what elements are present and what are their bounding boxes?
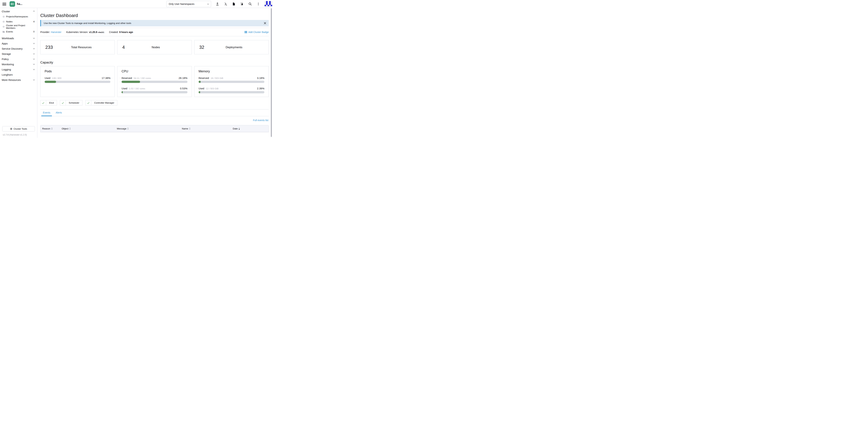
gear-icon: ⚙ bbox=[10, 128, 12, 130]
check-icon bbox=[60, 100, 66, 105]
sidebar-footer: ⚙ Cluster Tools v2.7.6 (Harvester-v1.2.0… bbox=[0, 126, 37, 138]
user-avatar[interactable] bbox=[265, 1, 272, 7]
version-text: v2.7.6 (Harvester-v1.2.0) bbox=[2, 134, 35, 136]
capacity-card-title: CPU bbox=[122, 70, 187, 73]
metric-row: Reserved 16 / 503 GiB 3.18% bbox=[198, 76, 265, 79]
metric-percent: 0.53% bbox=[180, 87, 187, 90]
sidebar-group-apps[interactable]: Apps bbox=[0, 41, 37, 46]
metric-row: Used 12 / 503 GiB 2.39% bbox=[198, 87, 265, 90]
sidebar-item-events[interactable]: Events 0 bbox=[0, 29, 37, 34]
sidebar-cluster-items: Projects/Namespaces Nodes 4 bbox=[0, 14, 37, 34]
progress-bar-fill bbox=[198, 91, 200, 93]
sidebar-group-storage[interactable]: Storage bbox=[0, 51, 37, 56]
column-header-object[interactable]: Object bbox=[62, 127, 117, 130]
capacity-row: Pods Used 139 / 800 17.38% CPU Reserved … bbox=[40, 66, 269, 97]
stat-label: Nodes bbox=[125, 45, 187, 49]
glance-row: Provider: Harvester Kubernetes Version: … bbox=[40, 30, 269, 35]
metric-percent: 3.18% bbox=[257, 76, 265, 79]
progress-bar-fill bbox=[44, 81, 56, 83]
close-icon[interactable] bbox=[264, 22, 266, 25]
sidebar-item-cluster-project-members[interactable]: Cluster and Project Members bbox=[0, 24, 37, 29]
sidebar-section-label: Cluster bbox=[2, 10, 10, 13]
sort-icon bbox=[51, 128, 53, 130]
column-header-date[interactable]: Date bbox=[233, 127, 269, 130]
copy-config-icon[interactable] bbox=[240, 2, 244, 6]
top-nav-bar: ha... Only User Namespaces bbox=[0, 0, 272, 8]
sort-icon bbox=[69, 128, 71, 130]
scrollbar-thumb[interactable] bbox=[271, 8, 272, 137]
metric-percent: 2.39% bbox=[257, 87, 265, 90]
progress-bar bbox=[198, 91, 265, 93]
progress-bar-fill bbox=[122, 91, 123, 93]
kubernetes-version-suffix: +rke2r1 bbox=[98, 31, 104, 33]
sidebar-group-workloads[interactable]: Workloads bbox=[0, 36, 37, 41]
cluster-tools-button[interactable]: ⚙ Cluster Tools bbox=[2, 126, 35, 131]
add-cluster-badge-link[interactable]: Add Cluster Badge bbox=[244, 31, 269, 33]
sidebar-group-monitoring[interactable]: Monitoring bbox=[0, 62, 37, 67]
import-yaml-icon[interactable] bbox=[216, 2, 219, 6]
chevron-down-icon bbox=[33, 53, 35, 55]
stat-value: 4 bbox=[122, 44, 125, 50]
chevron-down-icon bbox=[33, 42, 35, 44]
chevron-down-icon bbox=[33, 58, 35, 60]
metric-detail: 1.02 / 192 cores bbox=[129, 87, 145, 90]
column-header-reason[interactable]: Reason bbox=[40, 127, 62, 130]
chevron-down-icon bbox=[207, 3, 209, 4]
cluster-tools-banner: Use the new Cluster Tools to manage and … bbox=[40, 20, 269, 26]
capacity-card-pods: Pods Used 139 / 800 17.38% bbox=[40, 66, 115, 97]
sidebar-group-label: Logging bbox=[2, 68, 11, 71]
namespace-filter-select[interactable]: Only User Namespaces bbox=[166, 1, 211, 7]
sidebar-item-count: 0 bbox=[33, 30, 35, 33]
tab-events[interactable]: Events bbox=[42, 111, 51, 116]
sidebar-group-service-discovery[interactable]: Service Discovery bbox=[0, 46, 37, 51]
column-header-message[interactable]: Message bbox=[117, 127, 182, 130]
full-events-list-link[interactable]: Full events list bbox=[253, 119, 268, 122]
progress-bar bbox=[44, 81, 111, 83]
kebab-menu-icon[interactable] bbox=[256, 2, 260, 6]
sidebar-group-more-resources[interactable]: More Resources bbox=[0, 77, 37, 83]
sidebar: Cluster Projects/Namespaces bbox=[0, 8, 37, 138]
sidebar-item-label: Projects/Namespaces bbox=[6, 15, 28, 18]
sidebar-group-policy[interactable]: Policy bbox=[0, 56, 37, 62]
metric-row: Used 1.02 / 192 cores 0.53% bbox=[122, 87, 187, 90]
sidebar-item-projects-namespaces[interactable]: Projects/Namespaces bbox=[0, 14, 37, 19]
menu-icon[interactable] bbox=[2, 3, 6, 5]
sidebar-item-label: Nodes bbox=[6, 20, 13, 23]
sidebar-section-cluster[interactable]: Cluster bbox=[0, 9, 37, 13]
chevron-down-icon bbox=[33, 63, 35, 65]
kubernetes-version-group: Kubernetes Version: v1.25.9 +rke2r1 bbox=[66, 31, 104, 33]
capacity-card-title: Pods bbox=[44, 70, 111, 73]
progress-bar bbox=[122, 81, 187, 83]
namespace-filter-value: Only User Namespaces bbox=[169, 3, 194, 5]
column-label: Message bbox=[117, 127, 126, 130]
progress-bar bbox=[122, 91, 187, 93]
chevron-down-icon bbox=[33, 47, 35, 49]
metric-percent: 17.38% bbox=[101, 76, 111, 79]
sidebar-group-label: Workloads bbox=[2, 37, 14, 40]
column-label: Date bbox=[233, 127, 238, 130]
page-title: Cluster Dashboard bbox=[40, 13, 269, 18]
sort-icon bbox=[189, 128, 190, 130]
provider-link[interactable]: Harvester bbox=[51, 31, 61, 33]
component-label: Controller Manager bbox=[91, 100, 117, 105]
sort-icon-active bbox=[239, 128, 240, 130]
stat-card-total-resources: 233 Total Resources bbox=[40, 40, 115, 54]
column-label: Reason bbox=[42, 127, 50, 130]
progress-bar-fill bbox=[198, 81, 201, 83]
column-header-name[interactable]: Name bbox=[182, 127, 233, 130]
kubectl-shell-icon[interactable] bbox=[224, 2, 227, 6]
divider bbox=[40, 36, 269, 36]
capacity-heading: Capacity bbox=[40, 61, 269, 64]
search-icon[interactable] bbox=[248, 2, 252, 6]
tab-alerts[interactable]: Alerts bbox=[55, 111, 62, 116]
sidebar-group-label: Longhorn bbox=[2, 73, 13, 76]
app-window: ha... Only User Namespaces bbox=[0, 0, 272, 138]
cluster-name[interactable]: ha... bbox=[17, 2, 22, 5]
kubeconfig-file-icon[interactable] bbox=[232, 2, 236, 6]
capacity-card-title: Memory bbox=[198, 70, 265, 73]
cluster-tools-label: Cluster Tools bbox=[13, 128, 27, 130]
sidebar-group-longhorn[interactable]: Longhorn bbox=[0, 72, 37, 77]
sidebar-item-nodes[interactable]: Nodes 4 bbox=[0, 19, 37, 24]
sidebar-group-logging[interactable]: Logging bbox=[0, 67, 37, 72]
harvester-logo[interactable] bbox=[9, 1, 15, 7]
